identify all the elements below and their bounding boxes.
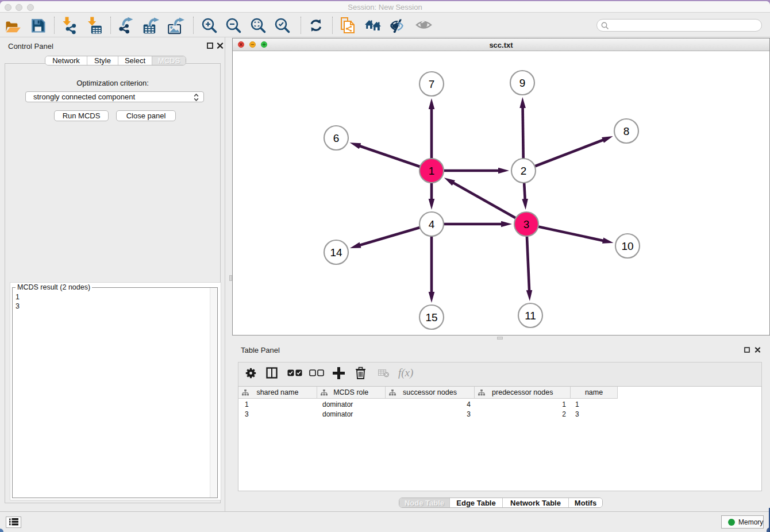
- svg-text:9: 9: [519, 77, 526, 89]
- svg-text:4: 4: [429, 218, 435, 230]
- svg-text:1: 1: [429, 165, 435, 177]
- svg-text:10: 10: [621, 240, 633, 252]
- svg-text:6: 6: [333, 132, 340, 144]
- svg-text:7: 7: [429, 78, 435, 90]
- svg-text:2: 2: [521, 165, 527, 177]
- svg-text:3: 3: [523, 218, 530, 230]
- svg-text:15: 15: [425, 311, 437, 323]
- svg-text:11: 11: [525, 310, 536, 322]
- svg-text:14: 14: [330, 246, 342, 259]
- svg-text:8: 8: [623, 125, 630, 137]
